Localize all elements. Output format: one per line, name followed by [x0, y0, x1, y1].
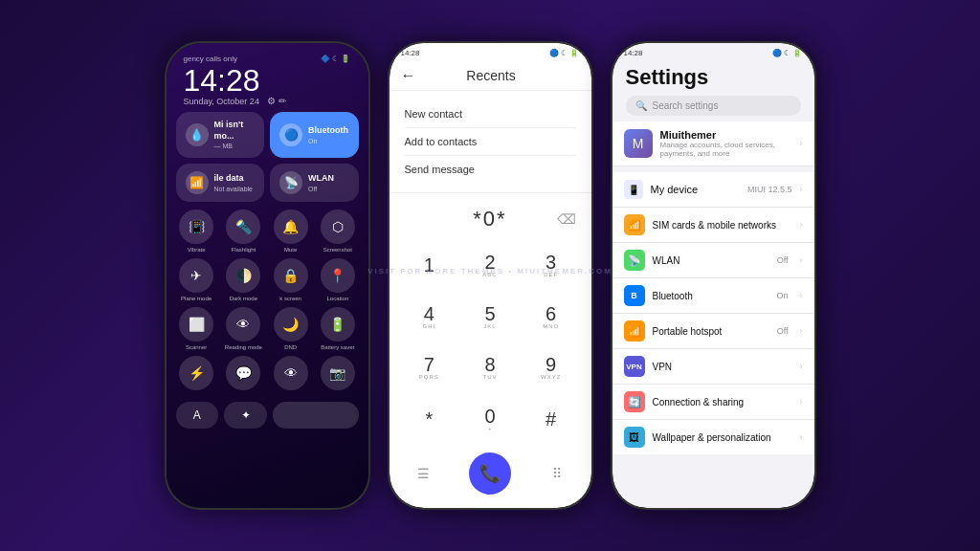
cc-scanner-btn[interactable]: ⬜ Scanner — [176, 307, 217, 350]
bluetooth-value: On — [776, 291, 788, 300]
dialer-new-contact[interactable]: New contact — [405, 100, 576, 128]
dialer-key-hash[interactable]: # — [521, 393, 582, 445]
settings-search-placeholder: Search settings — [653, 100, 719, 111]
account-sub: Manage accounts, cloud services, payment… — [660, 141, 792, 158]
cc-bt-title: Bluetooth — [308, 125, 348, 137]
cc-plane-btn[interactable]: ✈ Plane mode — [176, 258, 217, 301]
cc-pill-star[interactable]: ✦ — [224, 402, 267, 429]
cc-flashlight-label: Flashlight — [232, 247, 256, 253]
settings-search-bar[interactable]: 🔍 Search settings — [626, 96, 801, 116]
dialer-key-9[interactable]: 9 WXYZ — [521, 342, 582, 394]
dialer-key-0[interactable]: 0 + — [459, 393, 521, 445]
cc-screenshot-btn[interactable]: ⬡ Screenshot — [317, 209, 358, 253]
dialer-delete-button[interactable]: ⌫ — [557, 211, 576, 227]
sharing-icon: 🔄 — [624, 391, 645, 412]
cc-reading-icon: 👁 — [226, 307, 260, 342]
cc-pill-a[interactable]: A — [176, 402, 219, 429]
cc-lock-btn[interactable]: 🔒 k screen — [270, 258, 311, 301]
cc-dark-btn[interactable]: 🌓 Dark mode — [223, 258, 264, 301]
dialer-status-icons: 🔵 ☾ 🔋 — [549, 49, 579, 57]
cc-lock-icon: 🔒 — [274, 258, 308, 293]
dialer-status-bar: 14:28 🔵 ☾ 🔋 — [390, 43, 591, 61]
cc-scanner-icon: ⬜ — [179, 307, 213, 342]
dialer-bg: 14:28 🔵 ☾ 🔋 ← Recents New contact Add to… — [390, 43, 591, 508]
cc-tile-bluetooth[interactable]: 🔵 Bluetooth On — [270, 112, 359, 158]
dialer-title: Recents — [426, 68, 557, 83]
bluetooth-chevron-icon: › — [800, 291, 803, 300]
dialer-key-5[interactable]: 5 JKL — [459, 291, 521, 342]
cc-flashlight-btn[interactable]: 🔦 Flashlight — [223, 209, 264, 253]
cc-data-title: Mi isn't mo... — [214, 120, 256, 142]
sharing-chevron-icon: › — [800, 397, 803, 407]
cc-tile-mobile[interactable]: 📶 ile data Not available — [176, 164, 265, 202]
settings-time: 14:28 — [624, 49, 643, 57]
settings-network-section: 📶 SIM cards & mobile networks › 📡 WLAN O… — [612, 208, 814, 454]
cc-dnd-btn[interactable]: 🌙 DND — [270, 307, 311, 350]
cc-bottom-top-tiles: 📶 ile data Not available 📡 WLAN Off — [176, 164, 359, 202]
dialer-key-2[interactable]: 2 ABC — [459, 239, 521, 291]
device-chevron-icon: › — [800, 185, 803, 194]
cc-top-tiles: 💧 Mi isn't mo... — MB 🔵 Bluetooth On — [176, 112, 359, 158]
settings-device-row[interactable]: 📱 My device MIUI 12.5.5 › — [612, 172, 814, 208]
dialer-key-8[interactable]: 8 TUV — [459, 342, 521, 394]
settings-sharing-row[interactable]: 🔄 Connection & sharing › — [612, 385, 814, 420]
cc-cam-btn[interactable]: 📷 — [317, 356, 358, 390]
cc-icon-grid-1: 📳 Vibrate 🔦 Flashlight 🔔 Mute ⬡ Screensh… — [176, 209, 359, 253]
dialer-key-star[interactable]: * — [399, 393, 460, 445]
cc-mobile-icon: 📶 — [186, 171, 209, 194]
cc-dnd-icon: 🌙 — [274, 307, 308, 342]
cc-wlan-title: WLAN — [308, 173, 334, 185]
cc-location-btn[interactable]: 📍 Location — [317, 258, 358, 301]
dialer-send-message[interactable]: Send message — [405, 156, 576, 183]
vpn-icon: VPN — [624, 356, 645, 377]
sharing-label: Connection & sharing — [653, 397, 792, 408]
cc-mute-btn[interactable]: 🔔 Mute — [270, 209, 311, 253]
dialer-key-7[interactable]: 7 PQRS — [399, 342, 460, 394]
settings-sim-row[interactable]: 📶 SIM cards & mobile networks › — [612, 208, 814, 243]
settings-vpn-row[interactable]: VPN VPN › — [612, 349, 814, 385]
cc-status-icons: 🔷 ☾ 🔋 — [321, 55, 350, 63]
cc-vibrate-btn[interactable]: 📳 Vibrate — [176, 209, 217, 253]
settings-wallpaper-row[interactable]: 🖼 Wallpaper & personalization › — [612, 420, 814, 454]
settings-wlan-row[interactable]: 📡 WLAN Off › — [612, 243, 814, 278]
settings-header: Settings 🔍 Search settings — [612, 61, 814, 121]
dialer-back-button[interactable]: ← — [401, 67, 416, 84]
cc-pill-slider[interactable] — [273, 402, 359, 429]
cc-icon-grid-4: ⚡ 💬 👁 📷 — [176, 356, 359, 390]
settings-bg: 14:28 🔵 ☾ 🔋 Settings 🔍 Search settings M… — [612, 43, 814, 508]
account-info: Miuithemer Manage accounts, cloud servic… — [660, 129, 792, 158]
cc-screenshot-icon: ⬡ — [321, 209, 355, 244]
cc-scanner-label: Scanner — [186, 344, 207, 350]
dialer-key-3[interactable]: 3 DEF — [521, 239, 582, 291]
dialer-phone: 14:28 🔵 ☾ 🔋 ← Recents New contact Add to… — [388, 41, 593, 510]
settings-status-bar: 14:28 🔵 ☾ 🔋 — [612, 43, 814, 61]
cc-tile-wlan[interactable]: 📡 WLAN Off — [270, 164, 359, 202]
dialer-key-4[interactable]: 4 GHI — [399, 291, 460, 342]
cc-vibrate-label: Vibrate — [188, 247, 206, 253]
cc-flash-btn[interactable]: ⚡ — [176, 356, 217, 390]
control-center-phone: gency calls only 🔷 ☾ 🔋 14:28 Sunday, Oct… — [165, 41, 370, 510]
cc-tile-data[interactable]: 💧 Mi isn't mo... — MB — [176, 112, 265, 158]
dialer-add-to-contacts[interactable]: Add to contacts — [405, 128, 576, 156]
settings-bluetooth-row[interactable]: B Bluetooth On › — [612, 278, 814, 314]
account-name: Miuithemer — [660, 129, 792, 141]
dialer-key-6[interactable]: 6 MNO — [521, 291, 582, 342]
settings-account-row[interactable]: M Miuithemer Manage accounts, cloud serv… — [612, 121, 814, 166]
settings-hotspot-row[interactable]: 📶 Portable hotspot Off › — [612, 314, 814, 349]
cc-reading-btn[interactable]: 👁 Reading mode — [223, 307, 264, 350]
cc-dark-icon: 🌓 — [226, 258, 260, 293]
dialer-key-1[interactable]: 1 — [399, 239, 460, 291]
dialer-screen: 14:28 🔵 ☾ 🔋 ← Recents New contact Add to… — [390, 43, 591, 508]
dialer-keypad-toggle-button[interactable]: ⠿ — [542, 458, 572, 489]
cc-battery-label: Battery saver — [321, 344, 354, 350]
dialer-call-button[interactable]: 📞 — [469, 452, 511, 495]
cc-battery-btn[interactable]: 🔋 Battery saver — [317, 307, 358, 350]
cc-battery-icon: 🔋 — [321, 307, 355, 342]
cc-dnd-label: DND — [284, 344, 297, 350]
wlan-icon: 📡 — [624, 250, 645, 271]
dialer-menu-button[interactable]: ☰ — [409, 458, 439, 489]
cc-msg-btn[interactable]: 💬 — [223, 356, 264, 390]
dialer-options-list: New contact Add to contacts Send message — [390, 91, 591, 193]
cc-wlan-sub: Off — [308, 185, 334, 193]
cc-eye-btn[interactable]: 👁 — [270, 356, 311, 390]
